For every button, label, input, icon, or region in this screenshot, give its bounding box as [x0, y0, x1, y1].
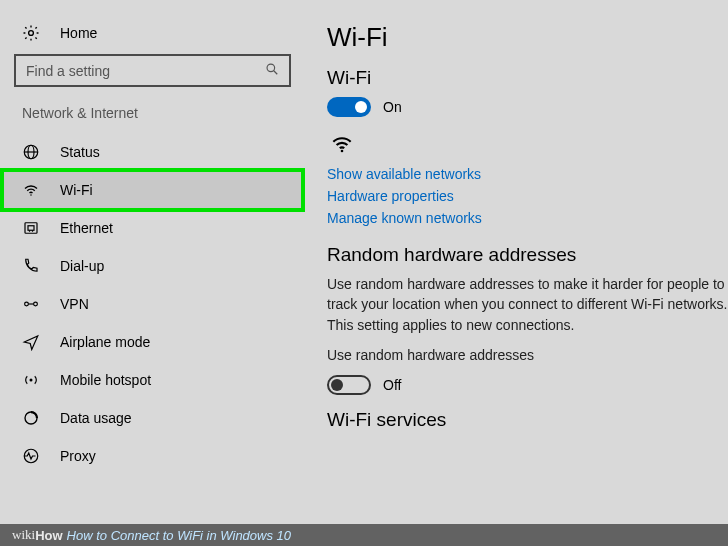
caption-wiki: wiki — [12, 527, 35, 543]
svg-point-11 — [25, 302, 29, 306]
sidebar-item-hotspot[interactable]: Mobile hotspot — [0, 361, 305, 399]
wifi-icon — [22, 181, 42, 199]
caption-how: How — [35, 528, 62, 543]
link-hardware-properties[interactable]: Hardware properties — [327, 188, 728, 204]
hotspot-icon — [22, 371, 42, 389]
search-input[interactable]: Find a setting — [14, 54, 291, 87]
wifi-toggle-row: On — [327, 97, 728, 117]
svg-point-17 — [341, 150, 344, 153]
sidebar-item-wifi[interactable]: Wi-Fi — [0, 171, 305, 209]
sidebar-item-airplane[interactable]: Airplane mode — [0, 323, 305, 361]
sidebar-item-vpn[interactable]: VPN — [0, 285, 305, 323]
wifi-services-heading: Wi-Fi services — [327, 409, 728, 431]
svg-point-12 — [34, 302, 38, 306]
vpn-icon — [22, 295, 42, 313]
sidebar-item-label: Mobile hotspot — [60, 372, 151, 388]
link-show-networks[interactable]: Show available networks — [327, 166, 728, 182]
sidebar-item-label: Airplane mode — [60, 334, 150, 350]
svg-point-0 — [29, 31, 34, 36]
wifi-toggle-switch[interactable] — [327, 97, 371, 117]
sidebar: Home Find a setting Network & Internet S… — [0, 0, 305, 546]
svg-rect-8 — [28, 226, 34, 231]
svg-point-1 — [267, 64, 275, 72]
random-hw-toggle-switch[interactable] — [327, 375, 371, 395]
ethernet-icon — [22, 219, 42, 237]
random-hw-toggle-state: Off — [383, 377, 401, 393]
sidebar-item-label: Wi-Fi — [60, 182, 93, 198]
random-hw-toggle-row: Off — [327, 375, 728, 395]
link-manage-known-networks[interactable]: Manage known networks — [327, 210, 728, 226]
random-hw-description: Use random hardware addresses to make it… — [327, 274, 728, 335]
random-hw-heading: Random hardware addresses — [327, 244, 728, 266]
home-nav[interactable]: Home — [0, 18, 305, 54]
data-usage-icon — [22, 409, 42, 427]
sidebar-item-label: Ethernet — [60, 220, 113, 236]
sidebar-item-ethernet[interactable]: Ethernet — [0, 209, 305, 247]
phone-icon — [22, 257, 42, 275]
airplane-icon — [22, 333, 42, 351]
settings-window: Home Find a setting Network & Internet S… — [0, 0, 728, 546]
sidebar-item-label: Dial-up — [60, 258, 104, 274]
svg-point-14 — [30, 379, 33, 382]
home-label: Home — [60, 25, 97, 41]
sidebar-item-proxy[interactable]: Proxy — [0, 437, 305, 475]
wikihow-caption: wikiHow How to Connect to WiFi in Window… — [0, 524, 728, 546]
wifi-toggle-state: On — [383, 99, 402, 115]
sidebar-item-data[interactable]: Data usage — [0, 399, 305, 437]
caption-title: How to Connect to WiFi in Windows 10 — [67, 528, 291, 543]
random-hw-toggle-label: Use random hardware addresses — [327, 345, 728, 365]
sidebar-section-label: Network & Internet — [0, 105, 305, 133]
main-pane: Wi-Fi Wi-Fi On Show available networks H… — [305, 0, 728, 546]
gear-icon — [22, 24, 42, 42]
wifi-large-icon — [327, 131, 728, 160]
sidebar-item-status[interactable]: Status — [0, 133, 305, 171]
globe-icon — [22, 143, 42, 161]
tutorial-highlight — [0, 168, 305, 212]
svg-point-6 — [30, 194, 32, 196]
search-placeholder: Find a setting — [26, 63, 110, 79]
sidebar-nav: Status Wi-Fi Ethernet Dial-up — [0, 133, 305, 475]
wifi-toggle-heading: Wi-Fi — [327, 67, 728, 89]
search-icon — [265, 62, 279, 79]
sidebar-item-label: Data usage — [60, 410, 132, 426]
sidebar-item-label: Proxy — [60, 448, 96, 464]
proxy-icon — [22, 447, 42, 465]
page-title: Wi-Fi — [327, 22, 728, 53]
sidebar-item-dialup[interactable]: Dial-up — [0, 247, 305, 285]
search-box-wrap: Find a setting — [0, 54, 305, 105]
svg-line-2 — [274, 71, 278, 75]
sidebar-item-label: Status — [60, 144, 100, 160]
sidebar-item-label: VPN — [60, 296, 89, 312]
svg-rect-7 — [25, 223, 37, 234]
